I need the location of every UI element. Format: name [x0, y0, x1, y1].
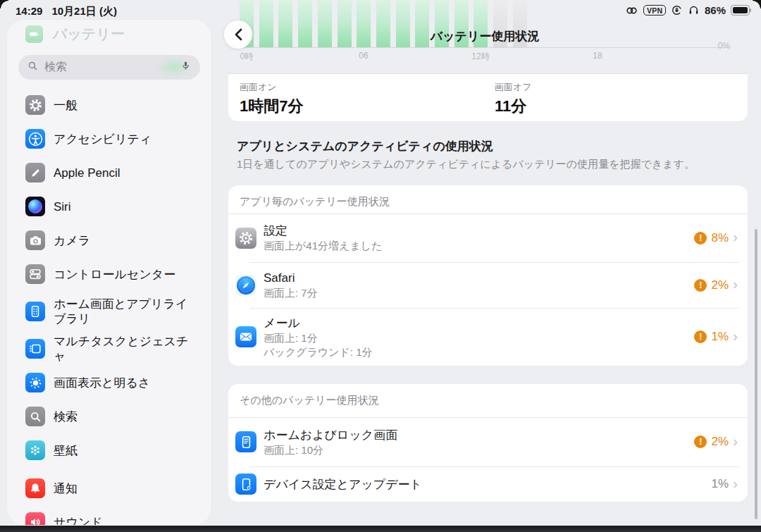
- glass-reflection: [158, 58, 190, 76]
- control-center-icon: [25, 264, 45, 284]
- warning-badge-icon: !: [694, 279, 707, 292]
- battery-section-icon: [25, 25, 43, 43]
- sidebar-item-apple-pencil[interactable]: Apple Pencil: [7, 156, 211, 190]
- other-usage-card: その他のバッテリー使用状況 ホームおよびロック画面 画面上: 10分 ! 2% …: [228, 384, 748, 502]
- battery-icon: [731, 5, 750, 16]
- sidebar-item-sounds[interactable]: サウンド: [7, 505, 211, 525]
- app-name: Safari: [264, 271, 318, 285]
- settings-sidebar: バッテリー 検索 一般 アクセシビリティ: [7, 20, 211, 525]
- hotspot-icon: [625, 5, 638, 16]
- sidebar-item-control-center[interactable]: コントロールセンター: [7, 257, 211, 291]
- card-header: その他のバッテリー使用状況: [240, 394, 378, 407]
- page-title: バッテリー使用状況: [223, 28, 747, 44]
- app-row-settings[interactable]: 設定 画面上が41分増えました ! 8% ›: [228, 214, 748, 262]
- screen-time-card: 画面オン 1時間7分 画面オフ 11分: [228, 73, 748, 121]
- section-description: 1日を通してのアプリやシステムのアクティビティによるバッテリーの使用量を把握でき…: [237, 158, 695, 171]
- x-tick: 0時: [240, 51, 254, 63]
- display-corner: [0, 0, 8, 8]
- x-tick: 06: [359, 51, 368, 61]
- battery-percent-value: 1%: [711, 330, 729, 344]
- sidebar-item-camera[interactable]: カメラ: [7, 223, 211, 257]
- brightness-icon: [25, 373, 45, 392]
- sidebar-item-search[interactable]: 検索: [7, 400, 211, 433]
- x-tick: 18: [593, 51, 602, 61]
- search-icon: [27, 60, 39, 75]
- battery-percent-value: 2%: [711, 278, 729, 292]
- app-name: 設定: [264, 223, 382, 238]
- section-title: アプリとシステムのアクティビティの使用状況: [237, 138, 493, 154]
- home-lock-screen-icon: [235, 431, 256, 452]
- multitask-icon: [25, 339, 45, 359]
- warning-badge-icon: !: [694, 435, 707, 448]
- vpn-badge: VPN: [643, 5, 666, 16]
- chevron-right-icon: ›: [733, 231, 738, 245]
- battery-percent-value: 8%: [711, 231, 729, 245]
- sidebar-item-siri[interactable]: Siri: [7, 190, 211, 223]
- safari-app-icon: [235, 275, 256, 296]
- back-button[interactable]: [224, 20, 252, 49]
- status-right: VPN 86%: [625, 4, 750, 16]
- sidebar-item-accessibility[interactable]: アクセシビリティ: [7, 122, 211, 156]
- display-corner: [753, 0, 761, 8]
- battery-percent-value: 1%: [711, 477, 729, 491]
- settings-app-icon: [235, 228, 256, 249]
- speaker-icon: [25, 512, 45, 525]
- chevron-left-icon: [233, 28, 244, 41]
- app-detail: バックグラウンド: 1分: [264, 345, 373, 359]
- sidebar-menu: 一般 アクセシビリティ Apple Pencil Siri: [7, 88, 211, 525]
- gear-icon: [25, 95, 45, 115]
- chevron-right-icon: ›: [733, 278, 738, 292]
- wallpaper-icon: [25, 440, 45, 460]
- mail-app-icon: [235, 326, 256, 347]
- chevron-right-icon: ›: [733, 330, 738, 344]
- warning-badge-icon: !: [694, 232, 707, 245]
- app-name: メール: [264, 316, 373, 330]
- screen-on-value: 1時間7分: [240, 96, 303, 117]
- orientation-lock-icon: [671, 4, 683, 16]
- sidebar-item-display-brightness[interactable]: 画面表示と明るさ: [7, 366, 211, 400]
- screen-off-value: 11分: [495, 96, 532, 117]
- siri-icon: [25, 197, 45, 216]
- chart-axis-line: [237, 47, 730, 48]
- app-row-mail[interactable]: メール 画面上: 1分 バックグラウンド: 1分 ! 1% ›: [228, 308, 748, 366]
- row-name: ホームおよびロック画面: [264, 428, 397, 443]
- search-input[interactable]: 検索: [18, 55, 200, 80]
- screen-bottom-edge: [0, 526, 761, 532]
- app-detail: 画面上が41分増えました: [264, 239, 382, 252]
- pencil-icon: [25, 163, 45, 183]
- battery-percent-value: 2%: [711, 435, 729, 449]
- sidebar-item-notifications[interactable]: 通知: [7, 471, 211, 505]
- chevron-right-icon: ›: [733, 478, 738, 491]
- row-home-lock-screen[interactable]: ホームおよびロック画面 画面上: 10分 ! 2% ›: [228, 417, 748, 466]
- screen-on-label: 画面オン: [240, 81, 303, 94]
- battery-percent: 86%: [705, 4, 726, 16]
- status-time: 14:29: [16, 5, 42, 18]
- sidebar-item-multitask[interactable]: マルチタスクとジェスチャ: [7, 332, 211, 366]
- sidebar-section-title: バッテリー: [53, 25, 125, 44]
- accessibility-icon: [25, 129, 45, 149]
- sidebar-faded-header: バッテリー: [25, 25, 125, 44]
- camera-icon: [25, 230, 45, 250]
- status-date: 10月21日 (火): [51, 5, 117, 18]
- row-name: デバイス設定とアップデート: [264, 477, 422, 492]
- app-detail: 画面上: 1分: [264, 331, 373, 345]
- headphones-icon: [688, 4, 700, 16]
- app-usage-card: アプリ毎のバッテリー使用状況 設定 画面上が41分増えました ! 8% ›: [228, 185, 748, 366]
- sidebar-item-wallpaper[interactable]: 壁紙: [7, 433, 211, 467]
- home-screen-icon: [25, 302, 45, 321]
- status-left: 14:29 10月21日 (火): [16, 5, 117, 18]
- app-row-safari[interactable]: Safari 画面上: 7分 ! 2% ›: [228, 262, 748, 308]
- battery-detail-pane: 0時 06 12時 18 0% バッテリー使用状況 画面オン 1時間7分 画面オ…: [223, 0, 761, 526]
- app-detail: 画面上: 7分: [264, 286, 318, 299]
- row-detail: 画面上: 10分: [264, 443, 397, 457]
- scrollbar[interactable]: [755, 229, 757, 519]
- row-device-settings[interactable]: デバイス設定とアップデート 1% ›: [228, 466, 748, 502]
- bell-icon: [25, 478, 45, 498]
- sidebar-item-home-screen[interactable]: ホーム画面とアプリライブラリ: [7, 291, 211, 332]
- sidebar-item-general[interactable]: 一般: [7, 88, 211, 122]
- warning-badge-icon: !: [694, 330, 707, 343]
- card-header: アプリ毎のバッテリー使用状況: [240, 195, 390, 209]
- device-settings-icon: [235, 474, 256, 495]
- x-tick: 12時: [471, 51, 489, 63]
- screen-off-label: 画面オフ: [495, 81, 532, 94]
